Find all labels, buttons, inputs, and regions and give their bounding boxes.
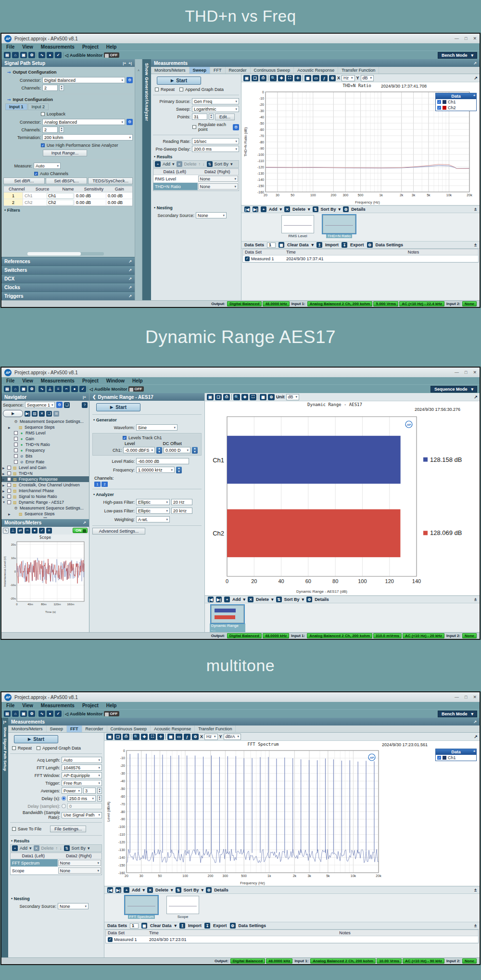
run-step-icon[interactable]: ▶|	[25, 411, 30, 417]
paste-icon[interactable]: ⊞	[53, 411, 59, 417]
menu-item[interactable]: Measurements	[41, 703, 75, 708]
popout-icon[interactable]: ↗	[473, 61, 477, 65]
scope-chart[interactable]: 20u10u0-10u-20u040m80m120m160mTime (s)In…	[2, 540, 87, 614]
measurement-tab[interactable]: Monitors/Meters	[151, 67, 190, 74]
delete-icon[interactable]: ✕	[147, 887, 153, 893]
fft-icon[interactable]: ⊥	[47, 386, 53, 392]
legend-checkbox[interactable]: ✓	[437, 100, 441, 104]
low-pass-dropdown[interactable]: Elliptic▾	[136, 508, 170, 514]
import-icon[interactable]: ↥	[179, 923, 185, 929]
averages-count-input[interactable]: 3	[83, 788, 96, 794]
sweep-icon[interactable]: ✓	[79, 386, 86, 392]
dropdown[interactable]: 250.0 ms▾	[67, 795, 96, 802]
legend-checkbox[interactable]: ✓	[437, 106, 441, 110]
splitter-handle[interactable]: •••	[1, 516, 89, 519]
add-button[interactable]: Add	[269, 207, 278, 212]
result-data2-dropdown[interactable]: None	[58, 860, 101, 866]
dropdown[interactable]: 2▾	[42, 85, 58, 91]
tree-checkbox[interactable]	[7, 495, 11, 498]
copy-graph-icon[interactable]: ❏	[252, 75, 258, 81]
tree-checkbox[interactable]	[14, 454, 18, 458]
tree-item[interactable]: ▶ ▨ Crosstalk, One Channel Undriven	[1, 482, 89, 488]
spinner-control[interactable]: ▲▼	[97, 795, 102, 802]
data-settings-icon[interactable]: ⚙	[367, 242, 373, 248]
graph-settings-icon[interactable]: ⚙	[268, 394, 275, 400]
radio-button[interactable]	[62, 796, 66, 801]
popout-icon[interactable]: ↗	[128, 294, 132, 298]
radio-button[interactable]	[62, 804, 66, 808]
dropdown[interactable]: 200.0 ms▾	[192, 146, 239, 152]
secondary-source-dropdown[interactable]: None▾	[196, 212, 227, 218]
graph-settings-icon[interactable]: ⚙	[192, 734, 199, 740]
new-file-icon[interactable]: ▤	[4, 711, 11, 717]
add-button[interactable]: Add	[232, 597, 241, 602]
set-reference-button[interactable]: Set dBR...	[3, 178, 45, 184]
sort-by-button[interactable]: Sort By	[72, 846, 86, 851]
measurement-tab[interactable]: Transfer Function	[338, 67, 379, 74]
title-bar[interactable]: AP Project.approjx - APx500 v8.1 — □ ✕	[1, 368, 480, 377]
collapsed-section-header[interactable]: References↗	[1, 257, 135, 266]
expander-icon[interactable]: ▶	[8, 512, 12, 516]
repeat-checkbox[interactable]	[12, 746, 16, 750]
dropdown[interactable]: Free Run▾	[62, 780, 102, 786]
function-icon[interactable]: ƒ	[321, 75, 328, 81]
set-reference-button[interactable]: TEDS/SysCheck...	[88, 178, 133, 184]
clear-data-icon[interactable]: ▦	[278, 242, 284, 248]
zoom-icon[interactable]: 🔍	[133, 734, 139, 740]
result-thumbnail[interactable]: THD+N Ratio	[321, 215, 357, 241]
fft-monitor-icon[interactable]: ⊥	[10, 528, 16, 534]
spinner-control[interactable]: ▲▼	[97, 788, 102, 794]
blue-spinner-control[interactable]: ▲▼	[176, 467, 182, 473]
maximize-button[interactable]: □	[465, 36, 467, 41]
tree-item[interactable]: ▶ ▨ Level and Gain	[1, 465, 89, 471]
legend-item[interactable]: ✓ Ch1	[436, 755, 476, 761]
settings-gear-icon[interactable]: ⚙	[28, 386, 35, 392]
menu-item[interactable]: File	[6, 378, 14, 383]
move-up-icon[interactable]: ↑	[56, 846, 58, 851]
import-button[interactable]: Import	[325, 242, 339, 247]
dropdown[interactable]: 2▾	[42, 127, 58, 133]
list-monitor-icon[interactable]: ≡	[46, 528, 52, 534]
legend-checkbox[interactable]: ✓	[437, 756, 441, 760]
save-graph-icon[interactable]: ▣	[243, 75, 250, 81]
sequence-settings-gear-icon[interactable]: ⚙	[56, 402, 63, 408]
dropdown[interactable]: 16/sec▾	[192, 138, 239, 144]
details-icon[interactable]: ⚙	[343, 206, 349, 212]
crosshair-icon[interactable]: ✛	[294, 75, 301, 81]
export-icon[interactable]: ↧	[342, 242, 347, 248]
details-button[interactable]: Details	[214, 888, 228, 892]
stop-icon[interactable]: ✕	[39, 411, 45, 417]
channel-toggle-button[interactable]: 2	[101, 482, 108, 487]
zoom-icon[interactable]: 🔍	[270, 75, 277, 81]
menu-item[interactable]: File	[6, 703, 14, 708]
list-icon[interactable]: ≡	[55, 386, 62, 392]
copy-graph-icon[interactable]: ❏	[215, 394, 222, 400]
expand-icon[interactable]: ±	[474, 923, 477, 928]
tree-checkbox[interactable]	[14, 431, 18, 435]
meters-icon[interactable]: ∿	[38, 52, 45, 58]
zoom-icon[interactable]: 🔍	[233, 394, 240, 400]
dropdown[interactable]: Logarithmic▾	[192, 106, 239, 112]
vertical-scrollbar[interactable]: ˄	[135, 59, 142, 300]
print-icon[interactable]: ⎙	[223, 394, 230, 400]
export-button[interactable]: Export	[350, 242, 364, 247]
clock-icon[interactable]: ●	[71, 386, 78, 392]
add-icon[interactable]: +	[261, 206, 266, 212]
sweep-icon[interactable]: ✓	[55, 52, 62, 58]
add-result-button[interactable]: Add	[163, 162, 170, 166]
sort-by-button[interactable]: Sort By	[321, 207, 336, 212]
expander-icon[interactable]: ▶	[2, 466, 6, 470]
maximize-button[interactable]: □	[465, 370, 467, 375]
tree-checkbox[interactable]	[14, 437, 18, 441]
popout-icon[interactable]: ↗	[474, 734, 478, 739]
import-button[interactable]: Import	[188, 923, 202, 928]
measurement-tab[interactable]: Monitors/Meters	[8, 725, 47, 732]
repeat-checkbox[interactable]	[155, 88, 159, 91]
menu-item[interactable]: View	[22, 703, 33, 708]
graph-settings-icon[interactable]: ⚙	[329, 75, 336, 81]
details-button[interactable]: Details	[351, 207, 366, 212]
ch1-level-dropdown[interactable]: -0.000 dBFS▾	[123, 447, 155, 453]
measure-dropdown[interactable]: Auto▾	[34, 163, 61, 169]
delete-icon[interactable]: ✕	[248, 597, 253, 602]
export-button[interactable]: Export	[213, 923, 227, 928]
